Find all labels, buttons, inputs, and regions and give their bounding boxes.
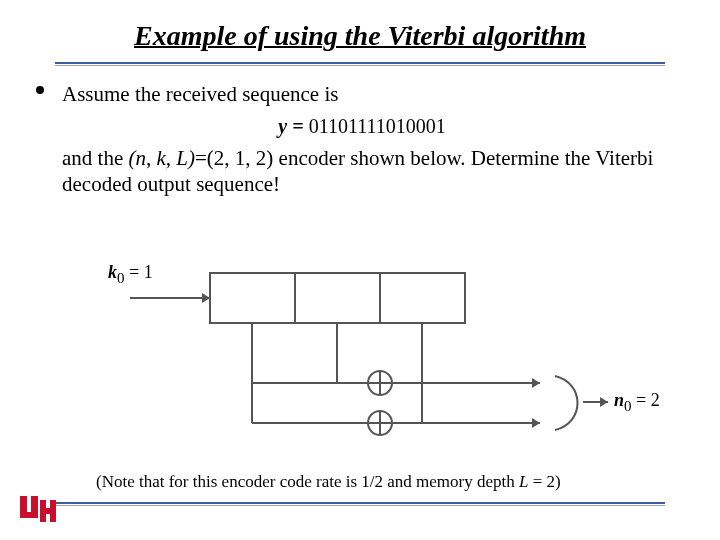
input-label: k0 = 1 xyxy=(108,262,153,287)
bullet-1-text: Assume the received sequence is xyxy=(62,82,338,106)
bullet-dot-icon xyxy=(36,86,44,94)
svg-marker-26 xyxy=(600,397,608,407)
p2-nkl: (n, k, L) xyxy=(128,146,195,170)
svg-marker-17 xyxy=(532,378,540,388)
slide: Example of using the Viterbi algorithm A… xyxy=(0,0,720,540)
divider-bottom xyxy=(55,502,665,506)
output-label-sub: 0 xyxy=(624,398,632,414)
encoder-diagram: k0 = 1 n0 = 2 xyxy=(0,238,720,458)
svg-rect-2 xyxy=(210,273,465,323)
paragraph-2: and the (n, k, L)=(2, 1, 2) encoder show… xyxy=(40,146,684,197)
note-post: = 2) xyxy=(528,472,560,491)
equation-prefix: y = xyxy=(278,115,308,137)
equation-line: y = 01101111010001 xyxy=(40,114,684,138)
output-label-val: = 2 xyxy=(632,390,660,410)
uh-logo-icon xyxy=(18,492,58,530)
slide-title: Example of using the Viterbi algorithm xyxy=(0,0,720,52)
slide-body: Assume the received sequence is y = 0110… xyxy=(40,82,684,197)
input-label-var: k xyxy=(108,262,117,282)
equation-value: 01101111010001 xyxy=(309,115,446,137)
svg-rect-30 xyxy=(20,512,38,518)
svg-rect-33 xyxy=(40,508,56,514)
output-label-var: n xyxy=(614,390,624,410)
footnote: (Note that for this encoder code rate is… xyxy=(96,472,561,492)
input-label-val: = 1 xyxy=(125,262,153,282)
note-pre: (Note that for this encoder code rate is… xyxy=(96,472,519,491)
output-label: n0 = 2 xyxy=(614,390,660,415)
p2-pre: and the xyxy=(62,146,128,170)
svg-marker-24 xyxy=(532,418,540,428)
input-label-sub: 0 xyxy=(117,270,125,286)
svg-marker-1 xyxy=(202,293,210,303)
bullet-paragraph-1: Assume the received sequence is xyxy=(40,82,684,108)
